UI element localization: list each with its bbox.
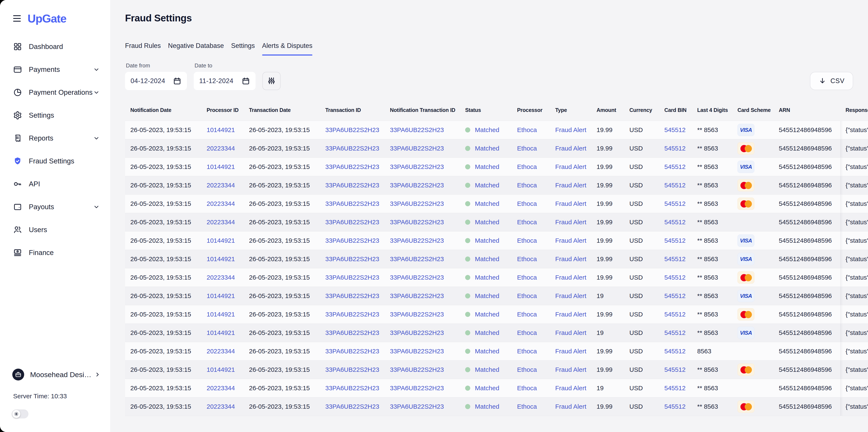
card-bin-link[interactable]: 545512	[664, 403, 686, 410]
transaction-id-link[interactable]: 33PA6UB22S2H23	[325, 182, 379, 189]
type-link[interactable]: Fraud Alert	[555, 126, 586, 133]
processor-id-link[interactable]: 20223344	[207, 348, 235, 355]
card-bin-link[interactable]: 545512	[664, 163, 686, 171]
transaction-id-link[interactable]: 33PA6UB22S2H23	[325, 219, 379, 226]
notification-transaction-id-link[interactable]: 33PA6UB22S2H23	[390, 292, 444, 300]
transaction-id-link[interactable]: 33PA6UB22S2H23	[325, 237, 379, 244]
sidebar-item-payment-operations[interactable]: Payment Operations	[0, 81, 110, 104]
card-bin-link[interactable]: 545512	[664, 274, 686, 281]
type-link[interactable]: Fraud Alert	[555, 366, 586, 373]
card-bin-link[interactable]: 545512	[664, 255, 686, 263]
status-link[interactable]: Matched	[475, 219, 499, 226]
notification-transaction-id-link[interactable]: 33PA6UB22S2H23	[390, 348, 444, 355]
card-bin-link[interactable]: 545512	[664, 348, 686, 355]
transaction-id-link[interactable]: 33PA6UB22S2H23	[325, 366, 379, 373]
processor-link[interactable]: Ethoca	[517, 403, 537, 410]
sidebar-item-finance[interactable]: Finance	[0, 241, 110, 264]
notification-transaction-id-link[interactable]: 33PA6UB22S2H23	[390, 255, 444, 263]
processor-link[interactable]: Ethoca	[517, 255, 537, 263]
processor-id-link[interactable]: 20223344	[207, 200, 235, 207]
processor-id-link[interactable]: 20223344	[207, 384, 235, 392]
status-link[interactable]: Matched	[475, 329, 499, 336]
status-link[interactable]: Matched	[475, 237, 499, 244]
status-link[interactable]: Matched	[475, 163, 499, 171]
card-bin-link[interactable]: 545512	[664, 182, 686, 189]
date-to-input[interactable]: 11-12-2024	[194, 72, 255, 90]
type-link[interactable]: Fraud Alert	[555, 292, 586, 300]
notification-transaction-id-link[interactable]: 33PA6UB22S2H23	[390, 366, 444, 373]
transaction-id-link[interactable]: 33PA6UB22S2H23	[325, 126, 379, 133]
status-link[interactable]: Matched	[475, 126, 499, 133]
menu-icon[interactable]	[13, 15, 22, 22]
card-bin-link[interactable]: 545512	[664, 329, 686, 336]
processor-link[interactable]: Ethoca	[517, 182, 537, 189]
processor-id-link[interactable]: 20223344	[207, 145, 235, 152]
status-link[interactable]: Matched	[475, 348, 499, 355]
sidebar-item-reports[interactable]: Reports	[0, 127, 110, 150]
transaction-id-link[interactable]: 33PA6UB22S2H23	[325, 163, 379, 171]
sidebar-item-payouts[interactable]: Payouts	[0, 195, 110, 218]
transaction-id-link[interactable]: 33PA6UB22S2H23	[325, 403, 379, 410]
processor-id-link[interactable]: 10144921	[207, 255, 235, 263]
tab-fraud-rules[interactable]: Fraud Rules	[125, 42, 161, 56]
calendar-icon[interactable]	[242, 77, 250, 85]
processor-link[interactable]: Ethoca	[517, 126, 537, 133]
status-link[interactable]: Matched	[475, 274, 499, 281]
card-bin-link[interactable]: 545512	[664, 200, 686, 207]
processor-id-link[interactable]: 20223344	[207, 219, 235, 226]
notification-transaction-id-link[interactable]: 33PA6UB22S2H23	[390, 182, 444, 189]
type-link[interactable]: Fraud Alert	[555, 348, 586, 355]
processor-id-link[interactable]: 10144921	[207, 237, 235, 244]
processor-link[interactable]: Ethoca	[517, 348, 537, 355]
status-link[interactable]: Matched	[475, 403, 499, 410]
transaction-id-link[interactable]: 33PA6UB22S2H23	[325, 384, 379, 392]
processor-id-link[interactable]: 10144921	[207, 163, 235, 171]
notification-transaction-id-link[interactable]: 33PA6UB22S2H23	[390, 145, 444, 152]
transaction-id-link[interactable]: 33PA6UB22S2H23	[325, 329, 379, 336]
status-link[interactable]: Matched	[475, 145, 499, 152]
transaction-id-link[interactable]: 33PA6UB22S2H23	[325, 200, 379, 207]
type-link[interactable]: Fraud Alert	[555, 237, 586, 244]
status-link[interactable]: Matched	[475, 292, 499, 300]
processor-link[interactable]: Ethoca	[517, 366, 537, 373]
theme-toggle[interactable]	[12, 409, 28, 419]
notification-transaction-id-link[interactable]: 33PA6UB22S2H23	[390, 311, 444, 318]
notification-transaction-id-link[interactable]: 33PA6UB22S2H23	[390, 200, 444, 207]
processor-link[interactable]: Ethoca	[517, 274, 537, 281]
tab-negative-database[interactable]: Negative Database	[168, 42, 224, 56]
processor-id-link[interactable]: 10144921	[207, 329, 235, 336]
processor-id-link[interactable]: 10144921	[207, 292, 235, 300]
processor-link[interactable]: Ethoca	[517, 237, 537, 244]
org-switcher[interactable]: Moosehead Desig...	[12, 368, 101, 381]
processor-link[interactable]: Ethoca	[517, 292, 537, 300]
notification-transaction-id-link[interactable]: 33PA6UB22S2H23	[390, 163, 444, 171]
transaction-id-link[interactable]: 33PA6UB22S2H23	[325, 311, 379, 318]
tab-settings[interactable]: Settings	[231, 42, 255, 56]
transaction-id-link[interactable]: 33PA6UB22S2H23	[325, 348, 379, 355]
processor-link[interactable]: Ethoca	[517, 329, 537, 336]
notification-transaction-id-link[interactable]: 33PA6UB22S2H23	[390, 403, 444, 410]
notification-transaction-id-link[interactable]: 33PA6UB22S2H23	[390, 219, 444, 226]
type-link[interactable]: Fraud Alert	[555, 329, 586, 336]
type-link[interactable]: Fraud Alert	[555, 219, 586, 226]
card-bin-link[interactable]: 545512	[664, 384, 686, 392]
card-bin-link[interactable]: 545512	[664, 292, 686, 300]
processor-id-link[interactable]: 10144921	[207, 366, 235, 373]
status-link[interactable]: Matched	[475, 182, 499, 189]
transaction-id-link[interactable]: 33PA6UB22S2H23	[325, 292, 379, 300]
type-link[interactable]: Fraud Alert	[555, 200, 586, 207]
type-link[interactable]: Fraud Alert	[555, 182, 586, 189]
processor-link[interactable]: Ethoca	[517, 163, 537, 171]
sidebar-item-fraud-settings[interactable]: Fraud Settings	[0, 150, 110, 173]
csv-download-button[interactable]: CSV	[810, 72, 853, 90]
sidebar-item-settings[interactable]: Settings	[0, 104, 110, 127]
notification-transaction-id-link[interactable]: 33PA6UB22S2H23	[390, 384, 444, 392]
notification-transaction-id-link[interactable]: 33PA6UB22S2H23	[390, 237, 444, 244]
processor-id-link[interactable]: 20223344	[207, 403, 235, 410]
transaction-id-link[interactable]: 33PA6UB22S2H23	[325, 255, 379, 263]
processor-id-link[interactable]: 10144921	[207, 311, 235, 318]
processor-link[interactable]: Ethoca	[517, 384, 537, 392]
transaction-id-link[interactable]: 33PA6UB22S2H23	[325, 274, 379, 281]
date-from-input[interactable]: 04-12-2024	[125, 72, 187, 90]
calendar-icon[interactable]	[173, 77, 181, 85]
